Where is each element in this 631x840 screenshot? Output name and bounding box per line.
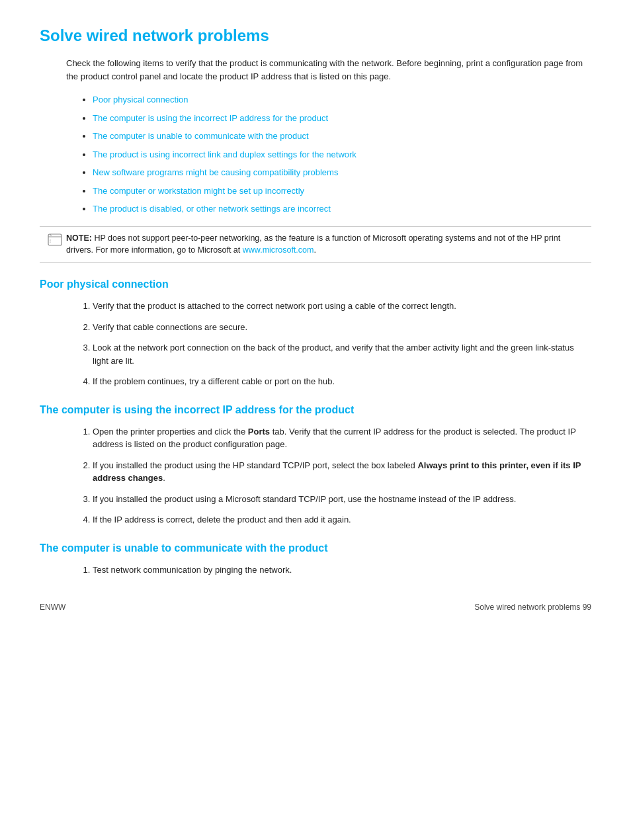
link-list: Poor physical connection The computer is… (93, 93, 591, 216)
link-disabled[interactable]: The product is disabled, or other networ… (93, 204, 331, 214)
section-incorrect-ip: The computer is using the incorrect IP a… (40, 404, 591, 526)
list-item: Look at the network port connection on t… (93, 341, 591, 367)
list-item[interactable]: New software programs might be causing c… (93, 166, 591, 179)
link-new-software[interactable]: New software programs might be causing c… (93, 167, 338, 177)
numbered-list-incorrect-ip: Open the printer properties and click th… (93, 425, 591, 526)
svg-text:≡: ≡ (50, 238, 51, 241)
note-link[interactable]: www.microsoft.com (243, 245, 314, 255)
note-wrapper: ✎ ≡ ≡ NOTE: HP does not support peer-to-… (48, 232, 583, 257)
intro-text: Check the following items to verify that… (66, 57, 591, 83)
list-item: If you installed the product using the H… (93, 459, 591, 485)
list-item: Verify that the product is attached to t… (93, 300, 591, 313)
list-item[interactable]: Poor physical connection (93, 93, 591, 106)
link-incorrect-ip[interactable]: The computer is using the incorrect IP a… (93, 113, 328, 123)
svg-text:≡: ≡ (50, 241, 51, 243)
footer: ENWW Solve wired network problems 99 (40, 603, 591, 612)
list-item[interactable]: The computer or workstation might be set… (93, 185, 591, 198)
section-title-unable-communicate: The computer is unable to communicate wi… (40, 542, 591, 554)
note-body: HP does not support peer-to-peer network… (66, 233, 560, 255)
numbered-list-unable-communicate: Test network communication by pinging th… (93, 564, 591, 577)
section-unable-communicate: The computer is unable to communicate wi… (40, 542, 591, 577)
note-content: NOTE: HP does not support peer-to-peer n… (66, 232, 583, 257)
link-incorrect-link[interactable]: The product is using incorrect link and … (93, 149, 357, 159)
list-item[interactable]: The computer is unable to communicate wi… (93, 130, 591, 143)
note-icon: ✎ ≡ ≡ (48, 233, 62, 251)
link-unable-communicate[interactable]: The computer is unable to communicate wi… (93, 131, 309, 141)
section-title-poor-physical: Poor physical connection (40, 278, 591, 290)
list-item[interactable]: The product is disabled, or other networ… (93, 202, 591, 216)
list-item: Verify that cable connections are secure… (93, 321, 591, 334)
link-workstation[interactable]: The computer or workstation might be set… (93, 186, 304, 196)
note-label: NOTE: (66, 233, 92, 243)
list-item[interactable]: The product is using incorrect link and … (93, 148, 591, 161)
list-item: Test network communication by pinging th… (93, 564, 591, 577)
list-item: If you installed the product using a Mic… (93, 493, 591, 506)
list-item: Open the printer properties and click th… (93, 425, 591, 451)
footer-left: ENWW (40, 603, 65, 612)
svg-text:✎: ✎ (50, 233, 52, 236)
list-item: If the problem continues, try a differen… (93, 375, 591, 388)
page-title: Solve wired network problems (40, 26, 591, 45)
footer-right: Solve wired network problems 99 (474, 603, 591, 612)
list-item[interactable]: The computer is using the incorrect IP a… (93, 112, 591, 125)
numbered-list-poor-physical: Verify that the product is attached to t… (93, 300, 591, 388)
link-poor-physical[interactable]: Poor physical connection (93, 95, 189, 105)
list-item: If the IP address is correct, delete the… (93, 513, 591, 526)
note-box: ✎ ≡ ≡ NOTE: HP does not support peer-to-… (40, 226, 591, 263)
section-poor-physical: Poor physical connection Verify that the… (40, 278, 591, 388)
section-title-incorrect-ip: The computer is using the incorrect IP a… (40, 404, 591, 416)
